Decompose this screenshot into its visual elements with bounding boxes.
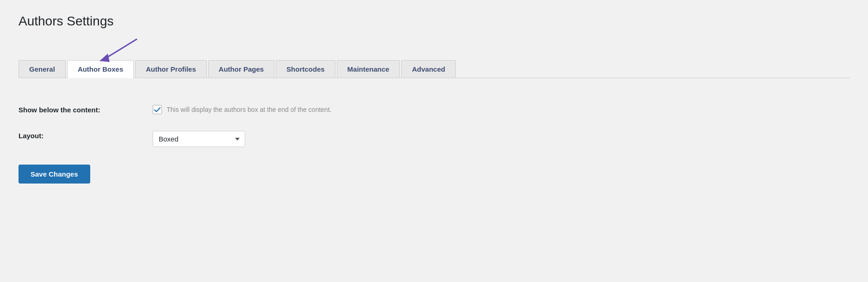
tab-advanced[interactable]: Advanced — [401, 60, 456, 78]
tab-maintenance[interactable]: Maintenance — [337, 60, 400, 78]
svg-marker-1 — [99, 54, 110, 62]
layout-select-wrapper: Boxed Inline Compact — [153, 131, 245, 147]
tab-shortcodes[interactable]: Shortcodes — [276, 60, 335, 78]
tab-content: Show below the content: This will displa… — [19, 92, 849, 193]
save-changes-button[interactable]: Save Changes — [19, 165, 90, 184]
show-below-row: Show below the content: This will displa… — [19, 97, 849, 123]
show-below-checkbox[interactable] — [153, 105, 162, 114]
page-title: Authors Settings — [19, 14, 849, 29]
show-below-label: Show below the content: — [19, 105, 139, 114]
layout-row: Layout: Boxed Inline Compact — [19, 123, 849, 155]
show-below-description: This will display the authors box at the… — [167, 106, 331, 113]
checkmark-icon — [154, 107, 161, 112]
layout-select[interactable]: Boxed Inline Compact — [153, 131, 245, 147]
show-below-checkbox-container[interactable]: This will display the authors box at the… — [153, 105, 331, 114]
layout-label: Layout: — [19, 131, 139, 140]
svg-line-0 — [104, 39, 136, 59]
show-below-control: This will display the authors box at the… — [153, 105, 331, 114]
pointer-arrow-icon — [90, 37, 150, 62]
layout-control: Boxed Inline Compact — [153, 131, 245, 147]
tab-author-pages[interactable]: Author Pages — [208, 60, 275, 78]
arrow-annotation — [19, 37, 167, 65]
